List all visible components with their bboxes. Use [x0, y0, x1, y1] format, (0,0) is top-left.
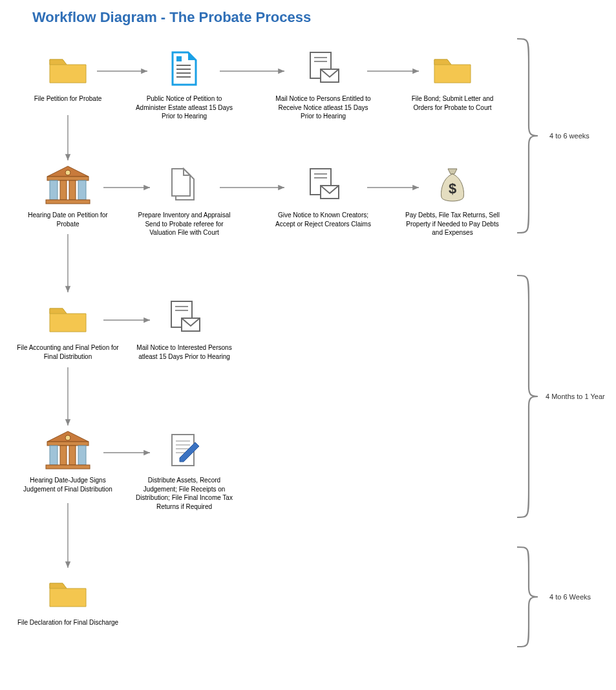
- duration-label-1: 4 to 6 weeks: [549, 132, 589, 140]
- node-mail-notice-entitled: Mail Notice to Persons Entitled to Recei…: [271, 45, 375, 121]
- svg-rect-25: [78, 180, 86, 200]
- node-file-declaration: File Declaration for Final Discharge: [16, 569, 120, 627]
- node-caption: Distribute Assets, Record Judgement; Fil…: [133, 476, 236, 511]
- node-caption: File Declaration for Final Discharge: [16, 618, 120, 627]
- duration-label-2: 4 Months to 1 Year: [546, 393, 605, 400]
- node-caption: Mail Notice to Interested Persons atleas…: [133, 343, 236, 361]
- svg-rect-38: [69, 446, 76, 465]
- node-caption: File Accounting and Final Petion for Fin…: [16, 343, 120, 361]
- folder-icon: [16, 294, 120, 341]
- svg-rect-22: [50, 180, 58, 200]
- node-mail-notice-interested: Mail Notice to Interested Persons atleas…: [133, 294, 236, 361]
- node-distribute-assets: Distribute Assets, Record Judgement; Fil…: [133, 427, 236, 511]
- duration-label-3: 4 to 6 Weeks: [549, 593, 591, 601]
- documents-stack-icon: [133, 162, 236, 208]
- svg-rect-36: [50, 446, 58, 465]
- node-public-notice: Public Notice of Petition to Administer …: [133, 45, 236, 121]
- document-mail-icon: [271, 162, 375, 208]
- svg-point-34: [65, 435, 70, 440]
- node-file-accounting: File Accounting and Final Petion for Fin…: [16, 294, 120, 361]
- svg-rect-24: [69, 180, 76, 200]
- node-caption: Hearing Date-Judge Signs Judgement of Fi…: [16, 476, 120, 493]
- svg-rect-37: [60, 446, 67, 465]
- money-bag-icon: $: [401, 162, 504, 208]
- courthouse-icon: [16, 162, 120, 208]
- node-hearing-date-petition: Hearing Date on Petition for Probate: [16, 162, 120, 228]
- node-caption: Public Notice of Petition to Administer …: [133, 94, 236, 121]
- diagram-title: Workflow Diagram - The Probate Process: [32, 9, 311, 26]
- svg-rect-23: [60, 180, 67, 200]
- node-caption: Hearing Date on Petition for Probate: [16, 211, 120, 228]
- node-notice-creditors: Give Notice to Known Creators; Accept or…: [271, 162, 375, 228]
- svg-rect-26: [46, 200, 90, 204]
- node-caption: Prepare Inventory and Appraisal Send to …: [133, 211, 236, 237]
- svg-rect-12: [176, 56, 182, 61]
- document-mail-icon: [271, 45, 375, 92]
- svg-rect-39: [78, 446, 86, 465]
- node-hearing-judgement: Hearing Date-Judge Signs Judgement of Fi…: [16, 427, 120, 493]
- document-mail-icon: [133, 294, 236, 341]
- folder-icon: [401, 45, 504, 92]
- node-caption: Pay Debts, File Tax Returns, Sell Proper…: [401, 211, 504, 237]
- node-file-bond: File Bond; Submit Letter and Orders for …: [401, 45, 504, 112]
- folder-icon: [16, 569, 120, 616]
- node-caption: Give Notice to Known Creators; Accept or…: [271, 211, 375, 228]
- svg-point-20: [65, 170, 70, 175]
- folder-icon: [16, 45, 120, 92]
- svg-rect-35: [47, 442, 89, 446]
- node-prepare-inventory: Prepare Inventory and Appraisal Send to …: [133, 162, 236, 237]
- document-pen-icon: [133, 427, 236, 473]
- node-caption: Mail Notice to Persons Entitled to Recei…: [271, 94, 375, 121]
- svg-rect-40: [46, 465, 90, 469]
- node-pay-debts: $ Pay Debts, File Tax Returns, Sell Prop…: [401, 162, 504, 237]
- courthouse-icon: [16, 427, 120, 473]
- svg-text:$: $: [449, 180, 456, 197]
- node-caption: File Bond; Submit Letter and Orders for …: [401, 94, 504, 112]
- document-person-icon: [133, 45, 236, 92]
- svg-rect-21: [47, 177, 89, 180]
- node-file-petition-probate: File Petition for Probate: [16, 45, 120, 103]
- node-caption: File Petition for Probate: [16, 94, 120, 103]
